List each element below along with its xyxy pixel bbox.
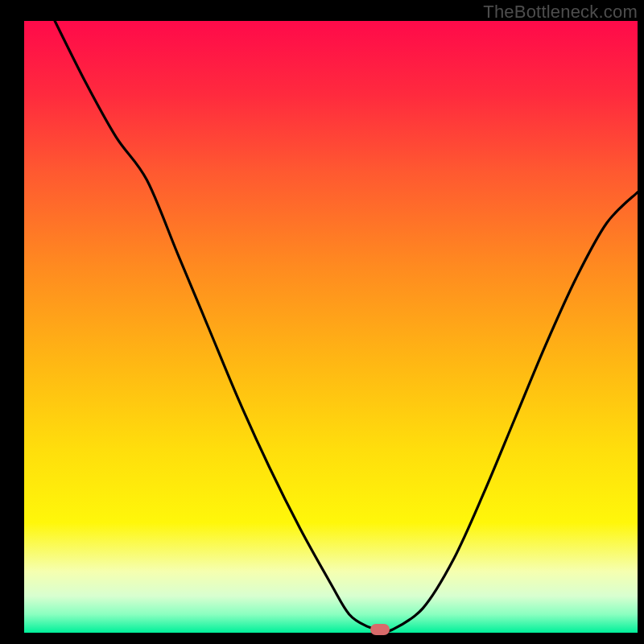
gradient-background: [24, 21, 638, 633]
optimum-marker: [370, 624, 390, 635]
chart-svg: [24, 21, 638, 633]
watermark-text: TheBottleneck.com: [483, 2, 638, 23]
chart-stage: TheBottleneck.com: [0, 0, 644, 644]
plot-area: [24, 21, 638, 633]
